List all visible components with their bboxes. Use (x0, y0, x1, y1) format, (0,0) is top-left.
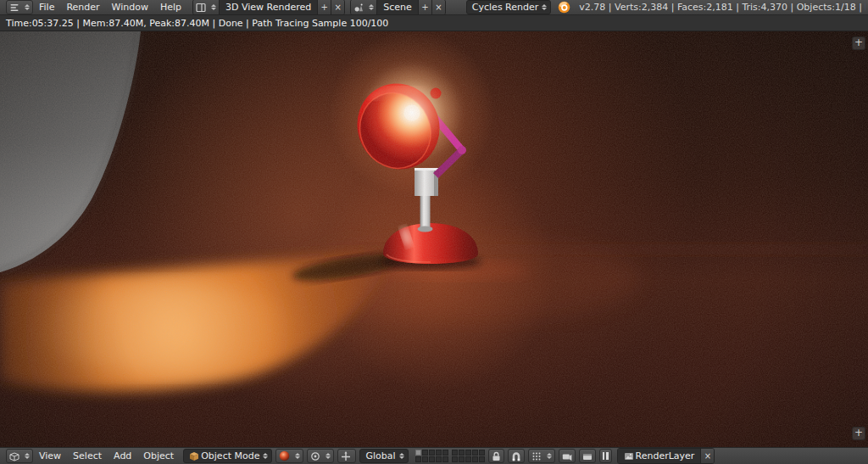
header-stats: v2.78 | Verts:2,384 | Faces:2,181 | Tris… (579, 2, 865, 13)
menu-help[interactable]: Help (154, 2, 187, 13)
blender-logo-icon (558, 1, 570, 14)
scene-close-button[interactable]: × (431, 0, 445, 14)
camera-icon (562, 451, 572, 461)
layer-cell[interactable] (415, 456, 421, 462)
updown-arrows-icon (295, 453, 300, 459)
info-editor-icon (9, 3, 19, 13)
menu-window[interactable]: Window (106, 2, 154, 13)
updown-arrows-icon (547, 453, 552, 459)
layer-cell[interactable] (442, 456, 448, 462)
layer-cell[interactable] (459, 450, 465, 456)
menu-object[interactable]: Object (137, 450, 180, 461)
screen-layout-browse-button[interactable] (193, 0, 220, 14)
editor-type-button-3dview[interactable] (6, 449, 33, 463)
scene-browse-button[interactable] (351, 0, 377, 14)
layer-cell[interactable] (422, 450, 428, 456)
layer-cell[interactable] (459, 456, 465, 462)
layer-cell[interactable] (429, 456, 435, 462)
layer-cell[interactable] (465, 450, 471, 456)
editor-switch-arrows-icon (25, 453, 30, 459)
manipulator-toggle-button[interactable] (337, 449, 356, 463)
layer-cell[interactable] (472, 456, 478, 462)
layers-right-group (452, 450, 485, 462)
render-status-text: Time:05:37.25 | Mem:87.40M, Peak:87.40M … (6, 18, 388, 29)
render-layer-image-icon (624, 451, 634, 461)
render-status-bar: Time:05:37.25 | Mem:87.40M, Peak:87.40M … (0, 15, 868, 31)
layer-cell[interactable] (436, 450, 442, 456)
snap-toggle-button[interactable] (508, 449, 525, 463)
opengl-render-anim-button[interactable] (579, 449, 596, 463)
lock-to-scene-button[interactable] (488, 449, 504, 463)
pivot-icon (310, 451, 320, 461)
layer-cell[interactable] (422, 456, 428, 462)
layer-cell[interactable] (479, 456, 485, 462)
pause-render-button[interactable] (599, 449, 612, 463)
scene-selector: Scene + × (350, 0, 446, 15)
viewport-header: View Select Add Object Object Mode (0, 447, 868, 464)
mode-select[interactable]: Object Mode (183, 449, 272, 463)
magnet-icon (511, 451, 521, 461)
opengl-render-still-button[interactable] (559, 449, 576, 463)
blender-window: File Render Window Help 3D View Rendered… (0, 0, 868, 464)
layer-cell[interactable] (472, 450, 478, 456)
render-layer-selector: RenderLayer × (617, 448, 715, 464)
object-mode-cube-icon (189, 451, 199, 461)
viewport-shading-select[interactable] (275, 449, 303, 463)
layers-widget (415, 450, 485, 462)
render-layer-field[interactable]: RenderLayer (618, 449, 701, 463)
snap-increment-icon (531, 451, 542, 461)
screen-layout-add-button[interactable]: + (317, 0, 331, 14)
pivot-point-select[interactable] (307, 449, 334, 463)
render-engine-select[interactable]: Cycles Render (466, 0, 551, 14)
3d-view-editor-icon (9, 451, 19, 461)
screen-layout-close-button[interactable]: × (331, 0, 344, 14)
menu-file[interactable]: File (33, 2, 60, 13)
layers-left-group (415, 450, 448, 462)
menu-add[interactable]: Add (108, 450, 137, 461)
layer-cell[interactable] (465, 456, 471, 462)
layer-cell[interactable] (436, 456, 442, 462)
layer-cell[interactable] (452, 450, 458, 456)
pause-icon (603, 452, 609, 460)
rendered-shading-sphere-icon (279, 450, 290, 461)
window-layout-icon (196, 3, 206, 13)
screen-layout-name[interactable]: 3D View Rendered (220, 0, 317, 14)
screen-layout-selector: 3D View Rendered + × (192, 0, 345, 15)
info-header: File Render Window Help 3D View Rendered… (0, 0, 868, 15)
render-engine-value: Cycles Render (472, 2, 538, 13)
transform-orientation-select[interactable]: Global (359, 449, 408, 463)
layer-cell[interactable] (479, 450, 485, 456)
render-layer-close-button[interactable]: × (700, 449, 714, 463)
updown-arrows-icon (399, 453, 404, 459)
updown-arrows-icon (263, 453, 268, 459)
updown-arrows-icon (211, 4, 216, 10)
scene-add-button[interactable]: + (418, 0, 431, 14)
clapper-icon (582, 451, 593, 461)
manipulator-icon (341, 451, 351, 461)
3d-viewport[interactable]: + + (0, 31, 868, 447)
snap-element-select[interactable] (528, 449, 555, 463)
scene-name[interactable]: Scene (377, 0, 418, 14)
layer-cell[interactable] (415, 450, 421, 456)
editor-switch-arrows-icon (25, 4, 30, 10)
editor-type-button-info[interactable] (6, 0, 33, 14)
scene-icon (353, 3, 364, 13)
updown-arrows-icon (369, 4, 374, 10)
render-layer-value: RenderLayer (636, 450, 695, 461)
menu-render[interactable]: Render (60, 2, 105, 13)
lock-icon (492, 451, 501, 461)
menu-view[interactable]: View (33, 450, 67, 461)
layer-cell[interactable] (452, 456, 458, 462)
region-expand-button-top[interactable]: + (852, 36, 865, 50)
updown-arrows-icon (326, 453, 331, 459)
layer-cell[interactable] (429, 450, 435, 456)
layer-cell[interactable] (442, 450, 448, 456)
mode-value: Object Mode (201, 450, 259, 461)
region-expand-button-bottom[interactable]: + (852, 427, 865, 440)
updown-arrows-icon (542, 4, 547, 10)
rendered-scene-svg (0, 31, 868, 447)
orientation-value: Global (365, 450, 395, 461)
menu-select[interactable]: Select (67, 450, 108, 461)
